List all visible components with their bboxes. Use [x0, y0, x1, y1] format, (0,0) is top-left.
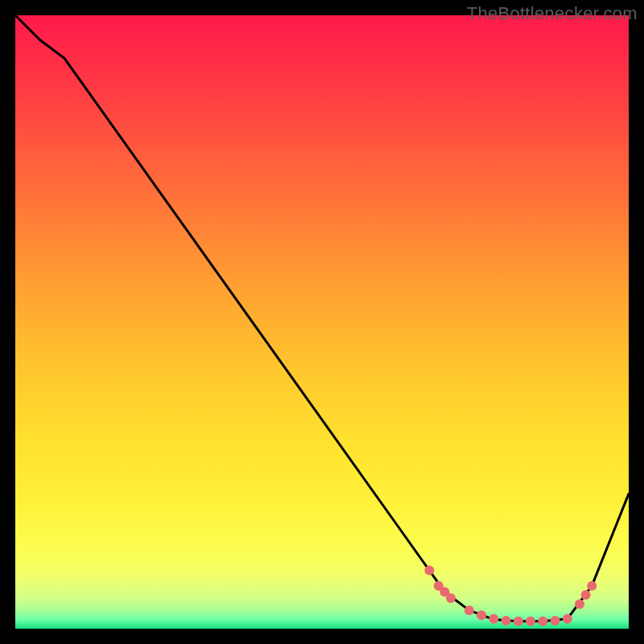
plot-area [15, 15, 629, 629]
gradient-background [15, 15, 629, 629]
marker-dot [551, 616, 560, 625]
marker-dot [587, 581, 597, 591]
marker-dot [489, 614, 498, 624]
marker-dot [502, 616, 511, 625]
marker-dot [514, 617, 523, 626]
marker-dot [464, 605, 474, 615]
marker-dot [538, 617, 547, 626]
chart-svg [15, 15, 629, 629]
watermark-text: TheBottlenecker.com [467, 3, 638, 24]
marker-dot [526, 617, 535, 626]
marker-dot [477, 610, 486, 620]
marker-dot [563, 614, 572, 624]
chart-container: TheBottlenecker.com [0, 0, 644, 644]
marker-dot [581, 590, 591, 600]
marker-dot [446, 593, 456, 603]
marker-dot [424, 566, 434, 576]
marker-dot [575, 600, 584, 609]
